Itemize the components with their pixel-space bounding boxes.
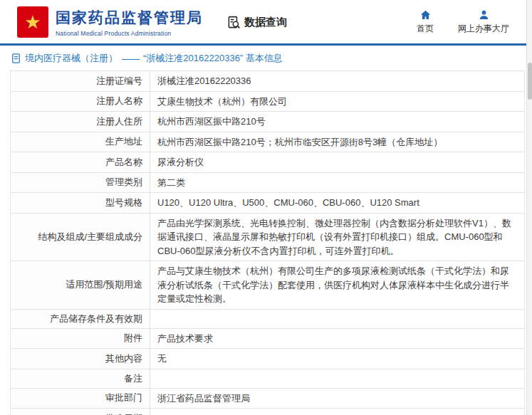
- home-icon: [419, 9, 432, 21]
- row-label: 注册人住所: [96, 116, 142, 127]
- table-row: ◉适用范围/预期用途 产品与艾康生物技术（杭州）有限公司生产的多项尿液检测试纸条…: [11, 261, 525, 310]
- table-row: ◉注册人住所 杭州市西湖区振中路210号: [11, 112, 525, 132]
- row-label: 审批部门: [105, 392, 142, 403]
- table-row: ◉审批部门 浙江省药品监督管理局: [11, 388, 525, 409]
- page-header: ★ 国家药品监督管理局 National Medical Products Ad…: [0, 0, 532, 43]
- table-row: ◉产品名称 尿液分析仪: [11, 152, 525, 173]
- nav-service-hall[interactable]: 网上办事大厅: [458, 9, 509, 35]
- row-label: 适用范围/预期用途: [66, 279, 142, 290]
- row-value: 浙江省药品监督管理局: [157, 393, 250, 404]
- row-value: 产品由光学探测系统、光电转换控制、微处理器控制（内含数据分析处理软件V1）、数据…: [157, 218, 511, 256]
- breadcrumb-title: “浙械注准20162220336” 基本信息: [143, 52, 283, 65]
- table-row: ◉管理类别 第二类: [11, 172, 525, 193]
- breadcrumb-section[interactable]: 境内医疗器械（注册）: [25, 52, 118, 65]
- top-nav: 首页 网上办事大厅: [417, 9, 519, 35]
- row-label: 附件: [124, 332, 142, 343]
- row-label: 其他内容: [105, 353, 142, 364]
- table-row: ◉型号规格 U120、U120 Ultra、U500、CMU-060、CBU-0…: [11, 193, 525, 214]
- row-value: U120、U120 Ultra、U500、CMU-060、CBU-060、U12…: [157, 197, 419, 208]
- national-emblem-icon: ★: [24, 13, 41, 31]
- scrollbar-thumb[interactable]: [528, 63, 532, 100]
- row-label: 注册证编号: [96, 75, 142, 86]
- data-query-label: 数据查询: [244, 16, 287, 29]
- breadcrumb-separator: ——: [122, 53, 139, 64]
- registration-info-table: ◉注册证编号 浙械注准20162220336 ◉注册人名称 艾康生物技术（杭州）…: [10, 70, 525, 415]
- row-label: 管理类别: [105, 177, 142, 187]
- row-value: 杭州市西湖区振中路210号: [157, 116, 266, 127]
- info-table-body: ◉注册证编号 浙械注准20162220336 ◉注册人名称 艾康生物技术（杭州）…: [11, 71, 525, 415]
- table-row: ◉批准日期 2022-05-18: [11, 409, 525, 415]
- row-label: 型号规格: [105, 197, 142, 208]
- row-label: 备注: [124, 373, 142, 384]
- data-query[interactable]: 数据查询: [227, 16, 287, 29]
- table-row: ◉结构及组成/主要组成成分 产品由光学探测系统、光电转换控制、微处理器控制（内含…: [11, 213, 525, 261]
- table-row: ◉生产地址 杭州市西湖区振中路210号；杭州市临安区开源街8号3幢（仓库地址）: [11, 132, 525, 152]
- row-value: 第二类: [157, 177, 185, 188]
- row-value: 产品与艾康生物技术（杭州）有限公司生产的多项尿液检测试纸条（干式化学法）和尿液分…: [157, 266, 509, 304]
- row-label: 结构及组成/主要组成成分: [38, 231, 142, 242]
- row-label: 产品名称: [105, 157, 142, 167]
- table-row: ◉注册证编号 浙械注准20162220336: [11, 71, 525, 92]
- row-value: 无: [157, 353, 167, 364]
- row-label: 产品储存条件及有效期: [50, 313, 142, 324]
- nmpa-logo: ★: [17, 6, 48, 38]
- table-row: ◉附件 产品技术要求: [11, 328, 525, 349]
- vertical-scrollbar[interactable]: [526, 0, 532, 415]
- nav-home[interactable]: 首页: [417, 9, 434, 35]
- nav-service-hall-label: 网上办事大厅: [458, 23, 509, 35]
- row-value: 杭州市西湖区振中路210号；杭州市临安区开源街8号3幢（仓库地址）: [157, 137, 442, 147]
- registration-info-table-wrap: ◉注册证编号 浙械注准20162220336 ◉注册人名称 艾康生物技术（杭州）…: [0, 70, 532, 415]
- nav-home-label: 首页: [417, 23, 434, 35]
- org-names: 国家药品监督管理局 National Medical Products Admi…: [56, 8, 203, 37]
- person-icon: [478, 9, 490, 21]
- row-label: 生产地址: [105, 136, 142, 147]
- org-name-en: National Medical Products Administration: [56, 30, 203, 37]
- row-value: 浙械注准20162220336: [157, 75, 251, 86]
- table-row: ◉其他内容 无: [11, 349, 525, 369]
- row-value: 艾康生物技术（杭州）有限公司: [157, 96, 287, 107]
- table-row: ◉产品储存条件及有效期: [11, 309, 525, 328]
- row-value: 产品技术要求: [157, 333, 213, 344]
- org-name-cn: 国家药品监督管理局: [56, 8, 203, 28]
- search-doc-icon: [227, 16, 241, 29]
- breadcrumb: 境内医疗器械（注册） —— “浙械注准20162220336” 基本信息: [0, 46, 532, 70]
- table-row: ◉备注: [11, 369, 525, 388]
- row-label: 注册人名称: [96, 95, 142, 106]
- row-value: 尿液分析仪: [157, 157, 204, 167]
- table-row: ◉注册人名称 艾康生物技术（杭州）有限公司: [11, 91, 525, 112]
- document-icon: [11, 53, 21, 63]
